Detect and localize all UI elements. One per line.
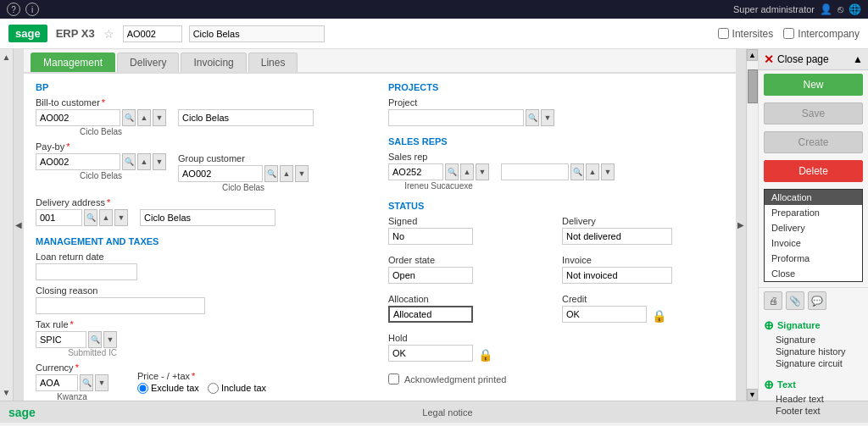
star-icon[interactable]: ☆ bbox=[103, 27, 114, 41]
panel-expand-icon[interactable]: ▲ bbox=[853, 53, 863, 65]
pay-by-arrow2[interactable]: ▼ bbox=[153, 153, 166, 170]
group-customer-arrow1[interactable]: ▲ bbox=[280, 165, 293, 182]
pay-by-arrow1[interactable]: ▲ bbox=[137, 153, 151, 170]
user-label: Super administrator bbox=[733, 4, 815, 14]
tab-invoicing[interactable]: Invoicing bbox=[181, 53, 246, 72]
status-preparation[interactable]: Preparation bbox=[765, 205, 862, 220]
delivery-address-search[interactable]: 🔍 bbox=[84, 209, 97, 226]
app-header: sage ERP X3 ☆ Intersites Intercompany bbox=[0, 19, 868, 49]
status-invoice[interactable]: Invoice bbox=[765, 235, 862, 251]
help-icon[interactable]: ? bbox=[7, 3, 20, 16]
tab-lines[interactable]: Lines bbox=[248, 53, 298, 72]
bill-to-customer-input[interactable] bbox=[36, 109, 120, 126]
acknowledgment-checkbox[interactable] bbox=[388, 373, 399, 385]
logout-icon[interactable]: ⎋ bbox=[837, 3, 843, 15]
v-scrollbar: ▲ ▼ bbox=[746, 49, 758, 401]
projects-header: PROJECTS bbox=[388, 82, 724, 92]
project-group: Project 🔍 ▼ bbox=[388, 97, 724, 126]
sales-rep-extra-input[interactable] bbox=[501, 163, 569, 180]
legal-notice-link[interactable]: Legal notice bbox=[422, 407, 472, 418]
scroll-up-btn[interactable]: ▲ bbox=[3, 53, 11, 62]
pay-by-input[interactable] bbox=[36, 153, 120, 170]
signature-expand-header[interactable]: ⊕ Signature bbox=[764, 317, 863, 334]
scrollbar-up-btn[interactable]: ▲ bbox=[747, 49, 758, 61]
sales-rep-search[interactable]: 🔍 bbox=[445, 163, 459, 180]
header-checkboxes: Intersites Intercompany bbox=[718, 28, 860, 40]
tax-rule-arrow[interactable]: ▼ bbox=[103, 331, 117, 348]
tab-management[interactable]: Management bbox=[31, 53, 115, 72]
tax-rule-submitted: Submitted IC bbox=[36, 348, 117, 357]
closing-reason-input[interactable] bbox=[36, 297, 205, 314]
signature-circuit-item[interactable]: Signature circuit bbox=[764, 357, 863, 369]
sales-rep-extra-arrow1[interactable]: ▲ bbox=[586, 163, 599, 180]
bill-to-customer-fullname bbox=[178, 109, 314, 126]
sales-rep-extra-search[interactable]: 🔍 bbox=[570, 163, 584, 180]
intercompany-checkbox[interactable] bbox=[783, 28, 794, 39]
closing-reason-group: Closing reason bbox=[36, 285, 371, 314]
tax-rule-input[interactable] bbox=[36, 331, 86, 348]
group-customer-input[interactable] bbox=[178, 165, 263, 182]
top-bar: ? i Super administrator 👤 ⎋ 🌐 bbox=[0, 0, 868, 19]
loan-return-input[interactable] bbox=[36, 263, 137, 280]
close-page-btn[interactable]: ✕ Close page bbox=[764, 53, 829, 66]
bill-to-customer-search[interactable]: 🔍 bbox=[122, 109, 136, 126]
project-input[interactable] bbox=[388, 109, 524, 126]
footer-text-item[interactable]: Footer text bbox=[764, 405, 863, 417]
mgmt-taxes-header: MANAGEMENT AND TAXES bbox=[36, 236, 371, 246]
status-close[interactable]: Close bbox=[765, 266, 862, 281]
sales-rep-extra-arrow2[interactable]: ▼ bbox=[601, 163, 615, 180]
intersites-checkbox[interactable] bbox=[718, 28, 729, 39]
footer-sage-logo: sage bbox=[8, 406, 36, 419]
include-tax-radio[interactable]: Include tax bbox=[208, 383, 266, 394]
text-expand-header[interactable]: ⊕ Text bbox=[764, 376, 863, 393]
exclude-tax-radio[interactable]: Exclude tax bbox=[137, 383, 199, 394]
side-nav-left[interactable]: ◀ bbox=[14, 49, 24, 401]
side-nav-right[interactable]: ▶ bbox=[736, 49, 746, 401]
bill-to-customer-name: Ciclo Belas bbox=[36, 127, 166, 136]
intersites-label: Intersites bbox=[732, 28, 774, 40]
signature-history-item[interactable]: Signature history bbox=[764, 346, 863, 357]
project-arrow[interactable]: ▼ bbox=[541, 109, 554, 126]
delivery-address-arrow2[interactable]: ▼ bbox=[114, 209, 128, 226]
delivery-address-input[interactable] bbox=[36, 209, 82, 226]
currency-arrow[interactable]: ▼ bbox=[95, 374, 108, 391]
status-delivery[interactable]: Delivery bbox=[765, 220, 862, 235]
bill-to-customer-arrow1[interactable]: ▲ bbox=[137, 109, 151, 126]
print-icon[interactable]: 🖨 bbox=[764, 291, 782, 310]
group-customer-search[interactable]: 🔍 bbox=[264, 165, 278, 182]
pay-by-search[interactable]: 🔍 bbox=[122, 153, 136, 170]
sales-rep-arrow1[interactable]: ▲ bbox=[460, 163, 474, 180]
project-search[interactable]: 🔍 bbox=[526, 109, 539, 126]
sales-rep-input[interactable] bbox=[388, 163, 443, 180]
info-icon[interactable]: i bbox=[25, 3, 39, 16]
signature-item[interactable]: Signature bbox=[764, 334, 863, 346]
header-text-item[interactable]: Header text bbox=[764, 393, 863, 405]
globe-icon[interactable]: 🌐 bbox=[849, 3, 861, 15]
currency-input[interactable] bbox=[36, 374, 78, 391]
sage-logo: sage bbox=[8, 25, 47, 42]
currency-search[interactable]: 🔍 bbox=[80, 374, 93, 391]
sales-rep-arrow2[interactable]: ▼ bbox=[476, 163, 489, 180]
delivery-address-arrow1[interactable]: ▲ bbox=[99, 209, 113, 226]
scrollbar-thumb[interactable] bbox=[748, 69, 758, 103]
tax-rule-search[interactable]: 🔍 bbox=[88, 331, 102, 348]
tab-delivery[interactable]: Delivery bbox=[117, 53, 179, 72]
delivery-address-group: Delivery address* 🔍 ▲ ▼ bbox=[36, 197, 371, 226]
status-proforma[interactable]: Proforma bbox=[765, 251, 862, 266]
hold-lock-icon: 🔒 bbox=[478, 348, 492, 362]
bill-to-customer-arrow2[interactable]: ▼ bbox=[153, 109, 166, 126]
scrollbar-down-btn[interactable]: ▼ bbox=[747, 389, 758, 401]
delivery-status-input bbox=[562, 228, 672, 245]
loan-return-group: Loan return date bbox=[36, 252, 371, 280]
new-button[interactable]: New bbox=[764, 74, 863, 96]
delete-button[interactable]: Delete bbox=[764, 160, 863, 182]
scroll-down-btn[interactable]: ▼ bbox=[3, 388, 11, 397]
attach-icon[interactable]: 📎 bbox=[786, 291, 804, 310]
chat-icon[interactable]: 💬 bbox=[808, 291, 826, 310]
group-customer-name: Ciclo Belas bbox=[178, 183, 309, 192]
save-button[interactable]: Save bbox=[764, 102, 863, 124]
record-id-field[interactable] bbox=[123, 25, 182, 42]
group-customer-arrow2[interactable]: ▼ bbox=[295, 165, 309, 182]
create-button[interactable]: Create bbox=[764, 131, 863, 153]
status-allocation[interactable]: Allocation bbox=[765, 190, 862, 205]
